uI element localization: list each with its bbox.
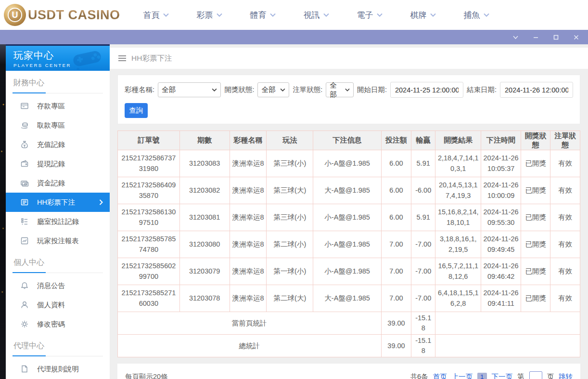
- sidebar-item-recharge-record[interactable]: 充值記錄: [6, 135, 110, 154]
- cell-play-type: 第三球(大): [267, 177, 313, 204]
- cell-play-type: 第二球(小): [267, 231, 313, 258]
- start-date-input[interactable]: [390, 82, 463, 98]
- next-page-link[interactable]: 下一页: [492, 372, 513, 379]
- nav-item-slots[interactable]: 電子: [357, 10, 383, 21]
- section-title: 財務中心: [13, 78, 46, 93]
- summary-bet-total: 39.00: [381, 335, 411, 357]
- breadcrumb: HH彩票下注: [110, 48, 588, 69]
- cell-order-no: 2152173258560299700: [118, 258, 180, 285]
- usdt-casino-logo: U USDT CASINO: [4, 4, 120, 26]
- maximize-icon[interactable]: [552, 34, 559, 40]
- start-date-label: 開始日期:: [357, 85, 387, 94]
- cell-order-status: 有效: [550, 285, 580, 312]
- chevron-down-icon: [212, 88, 217, 91]
- cell-draw-status: 已開獎: [521, 258, 550, 285]
- nav-item-video[interactable]: 視訊: [304, 10, 329, 21]
- sidebar-item-withdraw[interactable]: 取款專區: [6, 116, 110, 135]
- col-issue: 期數: [179, 131, 230, 150]
- selected-value: 全部: [162, 85, 176, 94]
- filter-row: 彩種名稱: 全部 開獎狀態: 全部 注單狀態: 全部 開始日期: 結束日期:: [125, 82, 573, 98]
- order-status-select[interactable]: 全部: [326, 82, 354, 97]
- cell-bet-time: 2024-11-26 09:46:42: [481, 258, 521, 285]
- close-icon[interactable]: [573, 34, 579, 40]
- sidebar-item-funds-record[interactable]: 資金記錄: [6, 173, 110, 193]
- sidebar-item-label: 提現記錄: [37, 159, 65, 169]
- nav-label: 彩票: [197, 10, 213, 21]
- nav-item-lottery[interactable]: 彩票: [197, 10, 222, 21]
- summary-label: 當前頁統計: [118, 312, 382, 335]
- cell-order-status: 有效: [550, 150, 580, 177]
- sidebar-item-change-password[interactable]: 修改密碼: [6, 314, 110, 334]
- cell-play-type: 第三球(小): [267, 150, 313, 177]
- nav-item-sports[interactable]: 體育: [250, 10, 276, 21]
- players-center-header: 玩家中心 PLAYERS CENTER: [6, 44, 110, 71]
- col-bet-time: 下注時間: [481, 131, 521, 150]
- sidebar-item-announcements[interactable]: 消息公告: [6, 276, 110, 295]
- col-lottery-name: 彩種名稱: [230, 131, 267, 150]
- cell-bet-amount: 6.00: [381, 150, 411, 177]
- cell-issue: 31203081: [179, 204, 230, 231]
- room-bet-record-icon: [20, 217, 29, 226]
- selected-value: 全部: [330, 81, 342, 99]
- sidebar-item-agent-rules[interactable]: 代理規則說明: [6, 359, 110, 379]
- sidebar-item-withdrawal-record[interactable]: 提現記錄: [6, 154, 110, 173]
- jump-action-link[interactable]: 跳转: [559, 372, 573, 379]
- nav-item-cards[interactable]: 棋牌: [410, 10, 436, 21]
- chevron-down-icon: [217, 13, 222, 17]
- sidebar-item-deposit[interactable]: 存款專區: [6, 96, 110, 116]
- sidebar-item-profile[interactable]: 個人資料: [6, 295, 110, 314]
- current-page-indicator[interactable]: 1: [477, 373, 487, 379]
- sidebar-item-label: 消息公告: [37, 281, 65, 290]
- main-content: HH彩票下注 彩種名稱: 全部 開獎狀態: 全部 注單狀態: 全部: [110, 44, 588, 379]
- main-menu: 首頁 彩票 體育 視訊 電子 棋牌 捕魚: [143, 10, 489, 21]
- end-date-input[interactable]: [500, 82, 573, 98]
- bets-table-panel: 訂單號 期數 彩種名稱 玩法 下注信息 投注額 輸贏 開獎結果 下注時間 開獎狀…: [117, 131, 580, 357]
- first-page-link[interactable]: 首页: [433, 372, 447, 379]
- table-row: 2152173258560299700 31203079 澳洲幸运8 第一球(小…: [118, 258, 580, 285]
- nav-item-home[interactable]: 首頁: [143, 10, 169, 21]
- nav-label: 電子: [357, 10, 373, 21]
- collapse-icon[interactable]: [512, 34, 519, 40]
- page-jump-input[interactable]: [529, 371, 542, 379]
- section-personal-center: 個人中心: [13, 250, 103, 273]
- table-footer: 每頁顯示20條 共6条 首页 上一页 1 下一页 第 页 跳转: [117, 364, 580, 379]
- menu-toggle-icon[interactable]: [118, 55, 126, 61]
- cell-win-loss: -7.00: [411, 231, 435, 258]
- cell-issue: 31203079: [179, 258, 230, 285]
- chevron-down-icon: [270, 13, 276, 17]
- withdraw-icon: [20, 121, 29, 130]
- jump-prefix-label: 第: [517, 372, 524, 379]
- table-row: 2152173258527160030 31203078 澳洲幸运8 第二球(大…: [118, 285, 580, 312]
- sidebar-item-bet-report[interactable]: 玩家投注報表: [6, 231, 110, 250]
- chevron-down-icon: [280, 88, 285, 91]
- table-row: 2152173258578574780 31203080 澳洲幸运8 第二球(小…: [118, 231, 580, 258]
- draw-status-select[interactable]: 全部: [257, 82, 289, 97]
- cell-draw-result: 20,14,5,13,17,4,19,3: [435, 177, 481, 204]
- prev-page-link[interactable]: 上一页: [451, 372, 473, 379]
- cell-bet-time: 2024-11-26 10:05:37: [481, 150, 521, 177]
- cell-bet-info: 大-A盤@1.985: [313, 285, 381, 312]
- cell-bet-info: 大-A盤@1.985: [313, 177, 381, 204]
- bell-icon: [20, 281, 29, 290]
- lottery-name-label: 彩種名稱:: [125, 85, 154, 94]
- finance-items: 存款專區 取款專區 充值記錄 提現記錄: [6, 93, 110, 250]
- cell-order-status: 有效: [550, 177, 580, 204]
- sidebar-item-hh-lottery-bets[interactable]: HH彩票下注: [6, 193, 110, 212]
- cell-order-no: 2152173258613097510: [118, 204, 180, 231]
- cell-play-type: 第二球(大): [267, 285, 313, 312]
- sidebar-item-room-bet-record[interactable]: 廳室投註記錄: [6, 212, 110, 231]
- search-button[interactable]: 查詢: [125, 103, 148, 118]
- summary-label: 總統計: [118, 335, 382, 357]
- cell-lottery-name: 澳洲幸运8: [230, 231, 267, 258]
- cell-draw-status: 已開獎: [521, 285, 550, 312]
- chevron-down-icon: [430, 13, 436, 17]
- lottery-name-select[interactable]: 全部: [158, 82, 221, 97]
- cell-draw-result: 16,5,7,2,11,18,12,6: [435, 258, 481, 285]
- cell-draw-result: 2,18,4,7,14,10,3,1: [435, 150, 481, 177]
- col-draw-result: 開獎結果: [435, 131, 481, 150]
- total-count-text: 共6条: [410, 372, 428, 379]
- sidebar-item-label: 取款專區: [37, 121, 65, 130]
- minimize-icon[interactable]: [532, 34, 539, 40]
- personal-items: 消息公告 個人資料 修改密碼: [6, 273, 110, 334]
- nav-item-fishing[interactable]: 捕魚: [464, 10, 489, 21]
